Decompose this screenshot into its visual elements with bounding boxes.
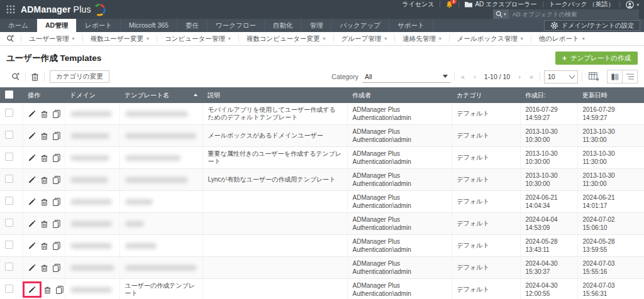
copy-button[interactable] xyxy=(53,198,60,206)
copy-button[interactable] xyxy=(56,286,64,294)
tab-bar: ホームAD管理レポートMicrosoft 365委任ワークフロー自動化管理バック… xyxy=(0,19,644,32)
pagination-first-button[interactable]: « xyxy=(458,73,467,80)
notifications-button[interactable]: 1 xyxy=(446,1,453,8)
select-all-header xyxy=(0,87,23,103)
row-checkbox[interactable] xyxy=(5,109,13,117)
tab-microsoft-365[interactable]: Microsoft 365 xyxy=(121,19,177,32)
tab-workflow[interactable]: ワークフロー xyxy=(208,19,265,32)
create-template-button[interactable]: + テンプレートの作成 xyxy=(555,52,638,65)
copy-button[interactable] xyxy=(53,132,60,140)
change-category-button[interactable]: カテゴリの変更 xyxy=(50,70,109,83)
updated-time: 14:59:27 xyxy=(583,114,640,122)
subnav-item-user-management[interactable]: ユーザー管理▾ xyxy=(21,35,82,43)
pagination-next-button[interactable]: › xyxy=(516,73,523,80)
chevron-down-icon: ▾ xyxy=(72,36,75,41)
edit-button[interactable] xyxy=(28,220,36,227)
created-at: 2024-04-04 14:53:09 xyxy=(520,213,577,235)
subnav-item-computer-management[interactable]: コンピューター管理▾ xyxy=(157,35,238,43)
tab-ad-management[interactable]: AD管理 xyxy=(37,19,77,32)
updated-date: 2013-10-30 xyxy=(583,150,640,158)
delete-button[interactable] xyxy=(41,242,48,250)
edit-button[interactable] xyxy=(28,176,36,183)
delete-button[interactable] xyxy=(41,198,48,206)
copy-button[interactable] xyxy=(53,154,60,162)
edit-button[interactable] xyxy=(28,132,36,139)
subnav-item-multi-computer-modification[interactable]: 複数コンピューター変更▾ xyxy=(238,35,333,43)
subnav-item-mailbox-management[interactable]: メールボックス管理▾ xyxy=(449,35,531,43)
copy-button[interactable] xyxy=(53,176,60,184)
table-row: ユーザーの作成テンプレート ADManager Plus Authenticat… xyxy=(0,279,644,299)
pagination-last-button[interactable]: » xyxy=(527,73,536,80)
row-checkbox[interactable] xyxy=(5,175,13,183)
created-date: 2024-06-21 xyxy=(526,193,572,202)
tab-delegation[interactable]: 委任 xyxy=(177,19,208,32)
tab-admin[interactable]: 管理 xyxy=(301,19,331,32)
subnav-item-other-reports[interactable]: 他のレポート▾ xyxy=(531,35,592,43)
pagination-prev-button[interactable]: ‹ xyxy=(471,73,479,80)
row-checkbox[interactable] xyxy=(5,131,13,139)
tree-view-button[interactable] xyxy=(622,70,637,83)
tab-support[interactable]: サポート xyxy=(389,19,433,32)
ad-object-search-input[interactable] xyxy=(509,9,639,19)
delete-button[interactable] xyxy=(41,176,48,184)
subnav-item-multi-user-modification[interactable]: 複数ユーザー変更▾ xyxy=(82,35,157,43)
column-chooser-button[interactable] xyxy=(586,72,602,81)
subnav-item-group-management[interactable]: グループ管理▾ xyxy=(333,35,395,43)
col-header-description[interactable]: 説明 xyxy=(203,87,347,103)
search-scope-button[interactable]: ▾ xyxy=(493,9,509,19)
row-checkbox[interactable] xyxy=(5,263,13,271)
edit-button[interactable] xyxy=(28,242,36,249)
admanager-plus-logo[interactable]: ADManagerPlus xyxy=(21,3,106,16)
tab-automation[interactable]: 自動化 xyxy=(265,19,302,32)
copy-button[interactable] xyxy=(53,264,60,272)
card-view-button[interactable] xyxy=(608,70,622,83)
ad-explorer-link[interactable]: AD エクスプローラー xyxy=(465,0,536,9)
select-all-checkbox[interactable] xyxy=(5,90,13,99)
advanced-search-button[interactable] xyxy=(6,72,25,81)
delete-button[interactable] xyxy=(41,154,48,162)
talkback-link[interactable]: トークバック （英語） xyxy=(549,0,614,9)
user-menu-button[interactable]: ▾ xyxy=(626,1,639,9)
table-row: ADManager Plus Authentication\admin デフォル… xyxy=(0,235,644,257)
row-checkbox[interactable] xyxy=(5,241,13,249)
col-header-domain[interactable]: ドメイン xyxy=(65,87,119,103)
creator-line2: Authentication\admin xyxy=(353,224,447,232)
col-header-actions[interactable]: 操作 xyxy=(23,87,65,103)
edit-button[interactable] xyxy=(28,110,36,117)
col-header-template-name[interactable]: テンプレート名 xyxy=(119,87,203,103)
delete-button[interactable] xyxy=(41,220,48,228)
delete-selected-button[interactable] xyxy=(26,72,44,81)
copy-button[interactable] xyxy=(53,242,60,250)
delete-button[interactable] xyxy=(41,132,48,140)
delete-button[interactable] xyxy=(41,110,48,118)
redacted-template-name xyxy=(125,199,153,205)
tab-backup[interactable]: バックアップ xyxy=(331,19,389,32)
app-grid-icon[interactable] xyxy=(6,5,15,14)
category-filter-select[interactable]: All xyxy=(362,71,450,83)
col-header-updated[interactable]: 更新日時 xyxy=(577,87,644,103)
row-checkbox[interactable] xyxy=(5,219,13,227)
col-header-created[interactable]: 作成日: xyxy=(520,87,577,103)
subnav-item-contact-management[interactable]: 連絡先管理▾ xyxy=(394,35,449,43)
row-checkbox[interactable] xyxy=(5,285,13,293)
sort-ascending-icon xyxy=(194,94,197,96)
copy-button[interactable] xyxy=(53,110,60,118)
domain-tenant-settings-button[interactable]: ドメイン/テナントの設定 xyxy=(544,20,640,31)
subnav-search-button[interactable] xyxy=(0,35,21,43)
category: デフォルト xyxy=(452,191,520,213)
page-size-select[interactable]: 10 xyxy=(544,70,578,84)
tab-home[interactable]: ホーム xyxy=(0,19,37,32)
delete-button[interactable] xyxy=(44,286,51,294)
col-header-category[interactable]: カテゴリ xyxy=(452,87,520,103)
row-checkbox[interactable] xyxy=(5,153,13,161)
tab-reports[interactable]: レポート xyxy=(77,19,121,32)
edit-button[interactable] xyxy=(28,264,36,271)
row-checkbox[interactable] xyxy=(5,197,13,205)
license-link[interactable]: ライセンス xyxy=(402,0,434,9)
copy-button[interactable] xyxy=(53,220,60,228)
edit-button[interactable] xyxy=(28,198,36,205)
col-header-creator[interactable]: 作成者 xyxy=(347,87,452,103)
edit-button[interactable] xyxy=(23,281,42,298)
edit-button[interactable] xyxy=(28,154,36,161)
delete-button[interactable] xyxy=(41,264,48,272)
